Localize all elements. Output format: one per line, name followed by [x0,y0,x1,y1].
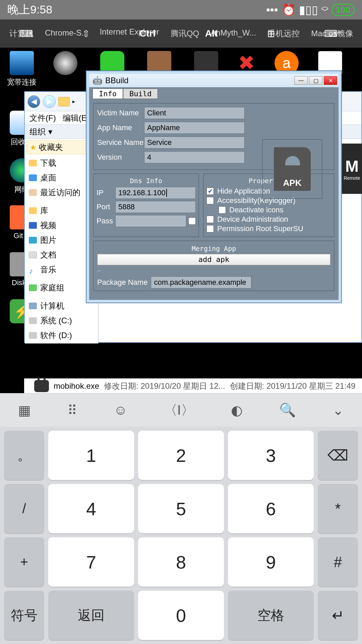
signal-icon: ▮▯▯ [299,3,318,16]
apk-icon [274,147,311,191]
info-panel: Victim NameClient App NameAppName Servic… [93,103,335,170]
key-6[interactable]: 6 [228,484,314,533]
ip-label: IP [97,189,115,197]
deactivate-icons-checkbox[interactable] [219,206,226,214]
package-name-label: Package Name [97,278,147,287]
search-icon[interactable]: 🔍 [279,402,296,418]
emoji-icon[interactable]: ☺ [114,402,127,418]
ellipsis: .. [97,266,330,273]
pass-label: Pass [97,217,115,225]
task-item[interactable]: Chrome-S... [45,28,88,39]
root-checkbox[interactable] [206,225,214,232]
mobihok-banner: M Remote [342,144,362,194]
version-field[interactable]: 4 [144,151,245,163]
key-star[interactable]: * [318,484,358,533]
bbuild-titlebar[interactable]: 🤖 BBuild — ▢ ✕ [89,74,339,87]
disc-icon[interactable] [47,51,84,77]
bbuild-window[interactable]: 🤖 BBuild — ▢ ✕ Info Build Victim NameCli… [86,71,341,303]
service-name-field[interactable]: Service [144,137,245,149]
menu-file[interactable]: 文件(F) [29,113,56,123]
ip-field[interactable]: 192.168.1.100 [115,187,196,199]
close-button[interactable]: ✕ [324,76,337,85]
task-item[interactable]: 手机远控 [267,28,300,39]
chevron-down-icon[interactable]: ▾ [48,127,52,137]
key-slash[interactable]: / [4,484,44,533]
sidebar-drive-c[interactable]: 系统 (C:) [25,313,98,328]
minimize-button[interactable]: — [294,76,308,85]
key-return[interactable]: 返回 [48,591,134,640]
key-1[interactable]: 1 [48,431,134,480]
created-date: 创建日期: 2019/11/20 星期三 21:49 [230,381,356,391]
text-cursor [166,189,167,197]
task-item[interactable]: AhMyth_W... [210,28,256,39]
sidebar-favorites[interactable]: ★ 收藏夹 [26,140,97,154]
window-title: BBuild [105,76,128,85]
victim-name-field[interactable]: Client [144,107,245,119]
chevron-icon: ▸ [72,98,75,105]
key-enter[interactable]: ↵ [318,591,358,640]
remote-desktop[interactable]: 宽带连接 ✖ a 回收站 网络 Git B DiskG ⚡ ◀ ▶ ▸ 文件(F… [0,48,362,388]
version-label: Version [97,153,144,162]
key-4[interactable]: 4 [48,484,134,533]
package-name-field[interactable]: com.packagename.example [151,276,251,288]
more-icon: ••• [266,3,278,16]
status-bar: 晚上9:58 ••• ⏰ ▮▯▯ ⌔ 100 [0,0,362,19]
task-item[interactable]: Mac os镜像 [311,28,353,39]
wifi-icon: ⌔ [321,3,328,16]
exe-icon [34,380,49,392]
device-admin-checkbox[interactable] [206,216,214,223]
tab-info[interactable]: Info [93,89,123,99]
key-8[interactable]: 8 [138,537,224,587]
port-label: Port [97,203,115,211]
organize-button[interactable]: 组织 [29,126,46,137]
key-3[interactable]: 3 [228,431,314,480]
key-7[interactable]: 7 [48,537,134,587]
key-space[interactable]: 空格 [228,591,314,640]
key-symbols[interactable]: 符号 [4,591,44,640]
menu-edit[interactable]: 编辑(E) [63,113,89,123]
file-name: mobihok.exe [54,381,99,391]
remote-taskbar: 计算机 Chrome-S... Internet Explorer 腾讯QQ A… [0,19,362,48]
voice-icon[interactable]: ◐ [231,402,243,418]
key-plus[interactable]: + [4,537,44,587]
apk-preview [262,139,322,199]
key-hash[interactable]: # [318,537,358,587]
pass-checkbox[interactable] [188,217,196,225]
key-5[interactable]: 5 [138,484,224,533]
key-backspace[interactable]: ⌫ [318,431,358,480]
key-0[interactable]: 0 [138,591,224,640]
task-item[interactable]: 腾讯QQ [171,28,199,39]
app-name-field[interactable]: AppName [144,122,245,134]
maximize-button[interactable]: ▢ [309,76,322,85]
folder-icon [58,97,70,106]
key-9[interactable]: 9 [228,537,314,587]
port-field[interactable]: 5888 [115,201,196,213]
task-item[interactable]: Internet Explorer [100,28,159,39]
keyboard-layout-icon[interactable]: ⠿ [67,402,77,418]
key-2[interactable]: 2 [138,431,224,480]
dns-title: Dns Info [97,177,196,185]
tab-build[interactable]: Build [123,89,158,99]
sidebar-drive-d[interactable]: 软件 (D:) [25,328,98,343]
hide-app-checkbox[interactable]: ✔ [206,187,214,195]
alarm-icon: ⏰ [282,3,296,16]
collapse-icon[interactable]: ⌄ [333,402,344,418]
victim-name-label: Victim Name [97,109,144,117]
forward-button[interactable]: ▶ [43,95,56,108]
grid-icon[interactable]: ▦ [18,402,31,418]
key-period[interactable]: 。 [4,431,44,480]
modified-date: 修改日期: 2019/10/20 星期日 12... [104,381,225,391]
android-icon: 🤖 [93,76,103,85]
add-apk-button[interactable]: add apk [97,254,330,265]
cursor-move-icon[interactable]: 〈I〉 [164,401,194,419]
merging-panel: Merging App add apk .. Package Namecom.p… [93,240,335,291]
broadband-icon[interactable]: 宽带连接 [3,51,40,87]
back-button[interactable]: ◀ [27,95,40,108]
accessibility-checkbox[interactable] [206,197,214,204]
task-item[interactable]: 计算机 [9,28,34,39]
clock: 晚上9:58 [7,2,52,17]
service-name-label: Service Name [97,138,144,147]
dns-panel: Dns Info IP192.168.1.100 Port5888 Pass [93,173,199,237]
battery-indicator: 100 [331,4,355,16]
pass-field[interactable] [115,215,186,227]
